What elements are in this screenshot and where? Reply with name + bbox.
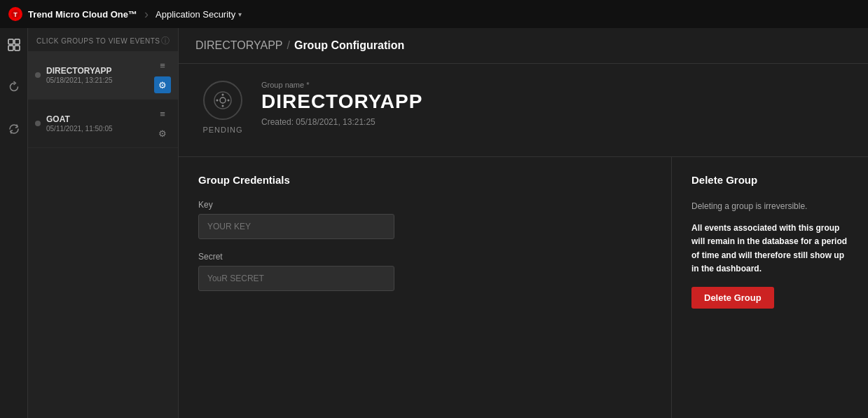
group-detail-info: Group name * DIRECTORYAPP Created: 05/18… — [261, 81, 848, 127]
group-date: 05/11/2021, 11:50:05 — [46, 125, 154, 133]
sidebar-item-refresh[interactable] — [3, 76, 25, 98]
delete-section-title: Delete Group — [691, 174, 848, 186]
group-actions: ≡ ⚙ — [154, 105, 171, 142]
group-status: PENDING — [198, 123, 247, 134]
group-created: Created: 05/18/2021, 13:21:25 — [261, 117, 848, 127]
main-content: DIRECTORYAPP / Group Configuration — [179, 28, 868, 418]
layout: Click groups to view events ⓘ DIRECTORYA… — [0, 28, 868, 418]
group-info: GOAT 05/11/2021, 11:50:05 — [46, 114, 154, 133]
section-delete: Delete Group Deleting a group is irrever… — [672, 157, 868, 418]
group-detail: PENDING Group name * DIRECTORYAPP Create… — [179, 64, 868, 151]
svg-rect-2 — [8, 39, 13, 44]
groups-panel: Click groups to view events ⓘ DIRECTORYA… — [28, 28, 179, 418]
group-name: DIRECTORYAPP — [46, 66, 154, 76]
secret-input[interactable] — [198, 266, 394, 291]
brand-logo[interactable]: T Trend Micro Cloud One™ — [8, 7, 137, 21]
delete-description: Deleting a group is irreversible. — [691, 200, 848, 213]
key-input[interactable] — [198, 214, 394, 239]
brand-name: Trend Micro Cloud One™ — [28, 9, 137, 20]
group-list-icon[interactable]: ≡ — [154, 57, 171, 74]
nav-product[interactable]: Application Security ▾ — [156, 9, 242, 20]
info-icon[interactable]: ⓘ — [161, 35, 170, 47]
main-header: DIRECTORYAPP / Group Configuration — [179, 28, 868, 64]
sections-row: Group Credentials Key Secret Delete Grou… — [179, 156, 868, 418]
brand-logo-icon: T — [8, 7, 22, 21]
icon-bar — [0, 28, 28, 418]
groups-header-label: Click groups to view events — [36, 37, 160, 45]
breadcrumb-current: Group Configuration — [294, 39, 404, 52]
group-name-value: DIRECTORYAPP — [261, 90, 848, 113]
svg-point-7 — [220, 97, 226, 103]
group-list-icon[interactable]: ≡ — [154, 105, 171, 122]
sidebar-item-sync[interactable] — [3, 118, 25, 140]
group-item-directoryapp[interactable]: DIRECTORYAPP 05/18/2021, 13:21:25 ≡ ⚙ — [28, 51, 178, 100]
sidebar-item-dashboard[interactable] — [3, 34, 25, 56]
group-gear-icon[interactable]: ⚙ — [154, 125, 171, 142]
secret-label: Secret — [198, 252, 652, 262]
product-name: Application Security — [156, 9, 235, 20]
svg-point-10 — [216, 100, 219, 102]
group-gear-icon[interactable]: ⚙ — [154, 76, 171, 93]
section-credentials: Group Credentials Key Secret — [179, 157, 672, 418]
group-info: DIRECTORYAPP 05/18/2021, 13:21:25 — [46, 66, 154, 84]
group-actions: ≡ ⚙ — [154, 57, 171, 93]
breadcrumb-parent: DIRECTORYAPP — [195, 39, 282, 52]
group-name: GOAT — [46, 114, 154, 124]
product-chevron-icon: ▾ — [238, 11, 242, 18]
svg-point-8 — [222, 94, 224, 96]
svg-rect-4 — [8, 46, 13, 50]
credentials-section-title: Group Credentials — [198, 174, 652, 186]
group-date: 05/18/2021, 13:21:25 — [46, 76, 154, 84]
svg-point-11 — [228, 100, 230, 102]
svg-rect-5 — [15, 46, 20, 50]
group-avatar — [203, 81, 242, 120]
delete-warning: All events associated with this group wi… — [691, 222, 848, 276]
nav-separator: › — [144, 7, 149, 22]
group-name-label: Group name * — [261, 81, 848, 89]
breadcrumb-separator: / — [287, 39, 289, 52]
group-dot — [35, 72, 41, 78]
delete-group-button[interactable]: Delete Group — [691, 287, 774, 309]
svg-rect-3 — [15, 39, 20, 44]
group-dot — [35, 121, 41, 126]
group-item-goat[interactable]: GOAT 05/11/2021, 11:50:05 ≡ ⚙ — [28, 100, 178, 148]
svg-point-9 — [222, 105, 224, 107]
top-nav: T Trend Micro Cloud One™ › Application S… — [0, 0, 868, 28]
key-label: Key — [198, 200, 652, 210]
groups-header: Click groups to view events ⓘ — [28, 28, 178, 51]
breadcrumb: DIRECTORYAPP / Group Configuration — [195, 39, 404, 52]
svg-text:T: T — [13, 11, 18, 18]
